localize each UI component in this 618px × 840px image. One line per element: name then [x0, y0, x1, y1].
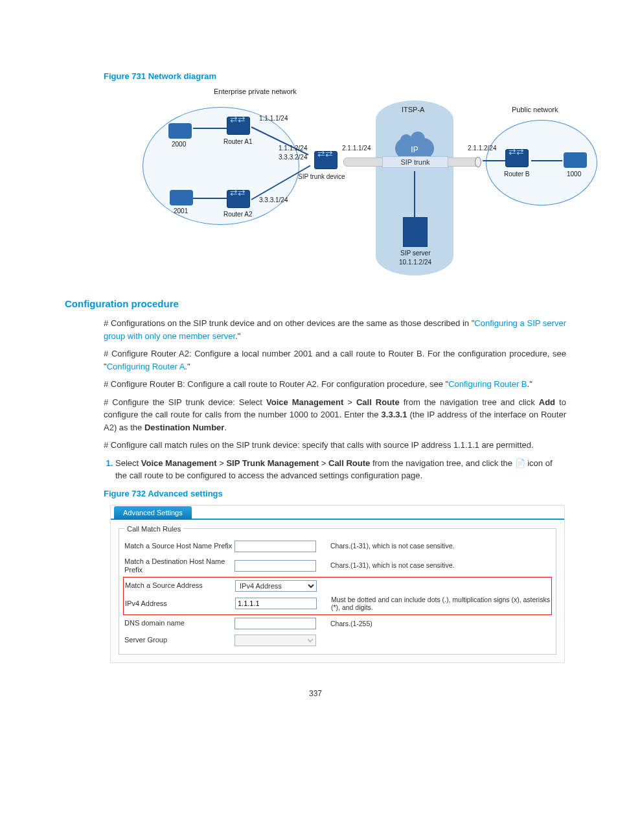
- text: Select: [115, 458, 141, 468]
- label-phone-1000: 1000: [567, 170, 581, 178]
- connection-line: [483, 160, 505, 161]
- text: >: [319, 458, 328, 468]
- connection-line: [193, 128, 227, 129]
- connection-line: [414, 171, 415, 218]
- label-public-network: Public network: [512, 106, 558, 113]
- text-bold: Voice Management: [141, 458, 217, 468]
- label-itsp: ITSP-A: [402, 106, 424, 113]
- label-router-a2: Router A2: [223, 211, 252, 218]
- field-help: Must be dotted and can include dots (.),…: [319, 596, 550, 612]
- label-enterprise-network: Enterprise private network: [214, 88, 297, 95]
- label-ip-addr: 1.1.1.1/24: [259, 115, 288, 122]
- label-ip-addr: 3.3.3.2/24: [279, 154, 307, 161]
- text-bold: 3.3.3.1: [382, 410, 407, 419]
- label-ip-addr: 2.1.1.2/24: [468, 145, 496, 152]
- connection-line: [193, 198, 227, 199]
- text: >: [217, 458, 227, 468]
- field-label: IPv4 Address: [125, 600, 235, 608]
- figure-732-title: Figure 732 Advanced settings: [104, 489, 566, 498]
- label-ip-addr: 3.3.3.1/24: [259, 196, 288, 204]
- text-bold: Call Route: [356, 397, 400, 407]
- label-ip: IP: [411, 145, 418, 154]
- router-icon: [227, 117, 250, 135]
- server-group-select: [235, 635, 316, 646]
- label-ip-addr: 2.1.1.1/24: [342, 145, 371, 152]
- source-host-prefix-input[interactable]: [235, 541, 316, 552]
- label-router-b: Router B: [504, 170, 529, 178]
- form-row: Match a Source Host Name Prefix Chars.(1…: [124, 538, 551, 555]
- edit-icon: [515, 459, 525, 468]
- text: # Configure Router B: Configure a call r…: [104, 379, 448, 389]
- phone-icon: [564, 152, 587, 168]
- text: .: [224, 423, 227, 432]
- link-configuring-router-b[interactable]: Configuring Router B: [448, 379, 527, 389]
- call-match-rules-fieldset: Call Match Rules Match a Source Host Nam…: [119, 525, 556, 655]
- enterprise-cloud: [143, 107, 299, 225]
- advanced-settings-panel: Advanced Settings Call Match Rules Match…: [110, 505, 565, 664]
- step-list: Select Voice Management > SIP Trunk Mana…: [104, 457, 566, 482]
- label-sip-trunk-device: SIP trunk device: [298, 173, 345, 180]
- text: from the navigation tree, and click the: [370, 458, 514, 468]
- text-bold: Voice Management: [266, 397, 343, 407]
- label-phone-2001: 2001: [174, 207, 188, 215]
- phone-icon: [168, 123, 192, 139]
- text: # Configure the SIP trunk device: Select: [104, 397, 266, 407]
- label-phone-2000: 2000: [172, 141, 186, 148]
- label-ip-addr: 1.1.1.2/24: [279, 145, 307, 152]
- label-sip-trunk: SIP trunk: [382, 156, 448, 168]
- text-bold: Destination Number: [144, 423, 225, 432]
- server-icon: [403, 217, 428, 247]
- text-bold: Add: [539, 397, 555, 407]
- text: .": [185, 362, 190, 371]
- network-diagram: Enterprise private network Public networ…: [143, 88, 596, 282]
- text: from the navigation tree and click: [400, 397, 539, 407]
- router-icon: [227, 190, 250, 208]
- field-help: Chars.(1-31), which is not case sensitiv…: [319, 561, 551, 570]
- router-icon: [505, 149, 529, 167]
- label-sip-server: SIP server: [400, 250, 431, 257]
- source-address-select[interactable]: IPv4 Address: [235, 580, 317, 592]
- field-label: Match a Destination Host Name Prefix: [124, 557, 235, 574]
- link-configuring-router-a[interactable]: Configuring Router A: [107, 362, 185, 371]
- paragraph: # Configure Router A2: Configure a local…: [104, 347, 566, 373]
- field-help: Chars.(1-255): [319, 620, 551, 628]
- field-label: Server Group: [124, 636, 235, 644]
- form-row-highlighted: Match a Source Address IPv4 Address IPv4…: [123, 577, 552, 615]
- text-bold: SIP Trunk Management: [226, 458, 319, 468]
- field-help: Chars.(1-31), which is not case sensitiv…: [319, 542, 551, 550]
- paragraph: # Configurations on the SIP trunk device…: [104, 317, 566, 342]
- connection-line: [531, 160, 562, 161]
- router-icon: [314, 151, 338, 169]
- text: >: [343, 397, 356, 407]
- text-bold: Call Route: [328, 458, 370, 468]
- phone-icon: [170, 190, 193, 205]
- text: # Configurations on the SIP trunk device…: [104, 318, 474, 328]
- text: .": [527, 379, 532, 389]
- fieldset-legend: Call Match Rules: [124, 525, 183, 533]
- form-row: DNS domain name Chars.(1-255): [124, 615, 551, 632]
- label-router-a1: Router A1: [223, 138, 252, 145]
- field-label: DNS domain name: [124, 619, 235, 627]
- label-sip-server-ip: 10.1.1.2/24: [399, 259, 431, 266]
- ipv4-address-input[interactable]: [235, 598, 317, 609]
- dest-host-prefix-input[interactable]: [235, 560, 316, 572]
- page-number: 337: [65, 689, 566, 698]
- step-item: Select Voice Management > SIP Trunk Mana…: [115, 457, 566, 482]
- paragraph: # Configure call match rules on the SIP …: [104, 439, 566, 452]
- figure-731-title: Figure 731 Network diagram: [104, 71, 566, 81]
- field-label: Match a Source Address: [125, 581, 235, 590]
- paragraph: # Configure the SIP trunk device: Select…: [104, 396, 566, 434]
- paragraph: # Configure Router B: Configure a call r…: [104, 378, 566, 391]
- dns-domain-input[interactable]: [235, 618, 316, 629]
- tab-advanced-settings[interactable]: Advanced Settings: [114, 506, 192, 519]
- text: .": [235, 331, 240, 341]
- section-heading: Configuration procedure: [65, 298, 566, 309]
- field-label: Match a Source Host Name Prefix: [124, 542, 235, 550]
- form-row: Match a Destination Host Name Prefix Cha…: [124, 555, 551, 577]
- form-row: Server Group: [124, 632, 551, 649]
